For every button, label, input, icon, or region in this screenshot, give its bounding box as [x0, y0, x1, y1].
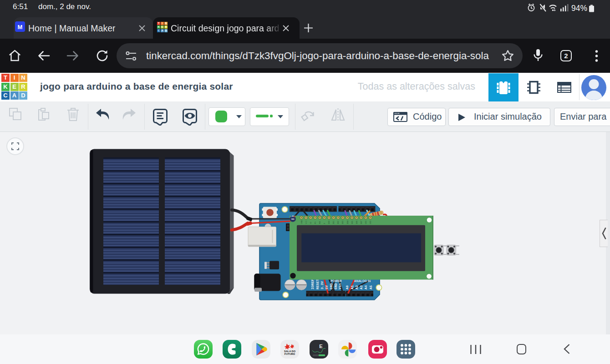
svg-text:A3: A3: [360, 285, 363, 289]
svg-text:A4: A4: [364, 285, 368, 289]
svg-text:IOREF: IOREF: [311, 279, 315, 289]
svg-text:5V: 5V: [325, 285, 329, 289]
svg-text:LED: LED: [370, 221, 371, 224]
svg-text:RESET: RESET: [316, 279, 320, 289]
svg-text:GND: GND: [301, 220, 303, 224]
svg-text:DB1: DB1: [333, 221, 335, 224]
svg-text:POWER: POWER: [330, 279, 342, 283]
svg-text:DB3: DB3: [342, 221, 344, 224]
svg-text:VCC: VCC: [305, 220, 307, 224]
svg-text:DB7: DB7: [361, 221, 362, 224]
svg-text:A5: A5: [369, 285, 373, 289]
svg-text:E: E: [324, 222, 325, 224]
svg-text:A1: A1: [351, 285, 354, 289]
svg-text:RW: RW: [319, 221, 321, 224]
svg-text:FUTURO: FUTURO: [285, 353, 295, 355]
svg-text:DB0: DB0: [328, 221, 330, 224]
svg-text:Vin: Vin: [338, 283, 342, 289]
svg-text:DB5: DB5: [351, 221, 353, 224]
svg-text:A0: A0: [346, 285, 349, 289]
svg-text:DB6: DB6: [356, 221, 358, 224]
svg-text:DB4: DB4: [347, 221, 349, 224]
svg-text:3.3V: 3.3V: [320, 281, 324, 289]
svg-text:V0: V0: [310, 222, 312, 224]
svg-text:E: E: [319, 344, 322, 349]
svg-text:A2: A2: [355, 285, 359, 289]
svg-text:94%: 94%: [571, 4, 587, 13]
svg-text:SIG: SIG: [291, 218, 295, 220]
svg-text:ANALOG IN: ANALOG IN: [354, 279, 371, 283]
svg-text:GND: GND: [330, 283, 333, 289]
svg-text:RS: RS: [315, 221, 316, 224]
svg-text:GND: GND: [334, 283, 338, 289]
svg-text:LED: LED: [365, 221, 367, 224]
svg-text:DB2: DB2: [337, 221, 339, 224]
